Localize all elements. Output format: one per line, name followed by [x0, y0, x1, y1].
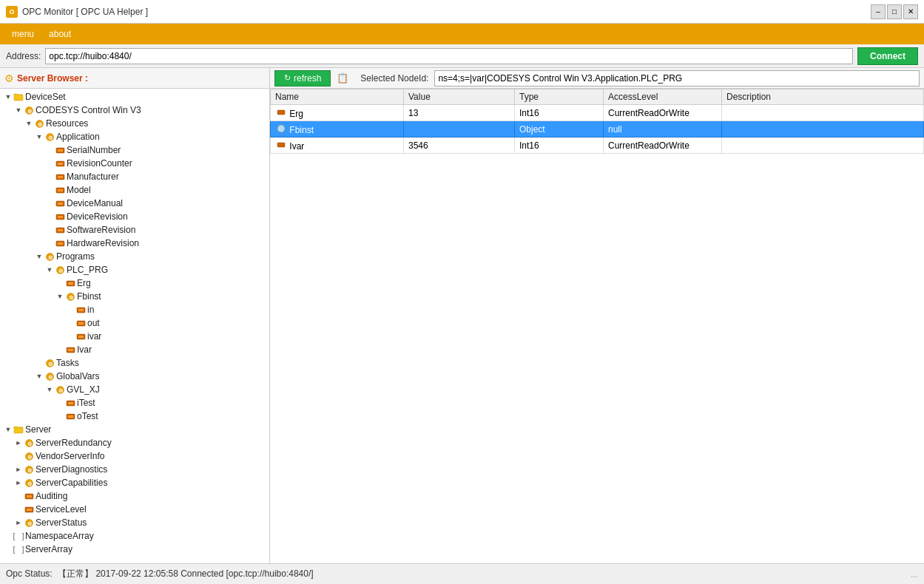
svg-point-65 [277, 125, 285, 132]
tree-expander[interactable]: ▼ [34, 251, 44, 262]
tree-item[interactable]: ▼DeviceSet [0, 90, 269, 103]
svg-rect-48 [68, 415, 73, 418]
tree-item[interactable]: ►⚙ServerRedundancy [0, 436, 269, 449]
svg-text:⚙: ⚙ [47, 374, 52, 379]
tree-item[interactable]: ⚙Tasks [0, 356, 269, 370]
tree-item[interactable]: [ ]NamespaceArray [0, 529, 269, 543]
clipboard-icon: 📋 [337, 72, 348, 84]
tree-expander[interactable]: ▼ [34, 132, 44, 142]
tree-expander[interactable]: ► [13, 464, 24, 475]
tree-item[interactable]: Auditing [0, 489, 269, 503]
server-browser-header: ⚙ Server Browser : [0, 68, 269, 89]
tree-item[interactable]: Ivar [0, 343, 269, 356]
tree-expander[interactable]: ▼ [55, 291, 65, 302]
tree-expander[interactable]: ► [13, 517, 24, 528]
tree-item[interactable]: SerialNumber [0, 143, 269, 157]
tree-label: iTest [77, 398, 95, 408]
tree-label: Ivar [77, 344, 92, 355]
tree-item[interactable]: ivar [0, 330, 269, 343]
minimize-button[interactable]: – [871, 4, 886, 19]
tree-item[interactable]: ▼⚙PLC_PRG [0, 263, 269, 276]
tree-label: Manufacturer [67, 172, 119, 182]
menu-item-menu[interactable]: menu [6, 27, 40, 41]
col-description: Description [722, 89, 924, 105]
var-icon [55, 145, 65, 155]
tree-item[interactable]: [ ]ServerArray [0, 543, 269, 556]
object-icon: ⚙ [24, 438, 34, 448]
maximize-button[interactable]: □ [887, 4, 902, 19]
tree-expander[interactable]: ▼ [3, 92, 13, 102]
refresh-button[interactable]: ↻ refresh [274, 70, 331, 86]
node-id-input[interactable] [434, 70, 920, 86]
tree-expander[interactable]: ▼ [3, 424, 13, 435]
tree-expander [44, 238, 55, 248]
tree-expander[interactable]: ▼ [24, 118, 34, 129]
address-input[interactable] [45, 48, 853, 64]
tree-expander[interactable]: ▼ [44, 265, 55, 275]
svg-text:⚙: ⚙ [47, 135, 52, 140]
tree-expander [44, 185, 55, 195]
tree-item[interactable]: ServiceLevel [0, 503, 269, 516]
tree-item[interactable]: Manufacturer [0, 170, 269, 183]
tree-item[interactable]: RevisionCounter [0, 157, 269, 170]
status-bar: Opc Status: 【正常】 2017-09-22 12:05:58 Con… [0, 563, 924, 584]
table-row[interactable]: FbinstObjectnull [271, 121, 924, 137]
connect-button[interactable]: Connect [857, 47, 918, 65]
svg-rect-38 [68, 349, 73, 351]
tree-item[interactable]: DeviceManual [0, 197, 269, 210]
tree-expander [44, 145, 55, 155]
tree-label: Fbinst [77, 291, 101, 302]
table-row[interactable]: Ivar3546Int16CurrentReadOrWrite [271, 137, 924, 154]
tree-item[interactable]: oTest [0, 410, 269, 423]
left-panel: ⚙ Server Browser : ▼DeviceSet▼⚙CODESYS C… [0, 68, 270, 563]
tree-item[interactable]: iTest [0, 396, 269, 410]
tree-expander[interactable]: ► [13, 478, 24, 488]
tree-item[interactable]: Model [0, 183, 269, 197]
tree-label: SoftwareRevision [67, 225, 135, 235]
tree-item[interactable]: HardwareRevision [0, 237, 269, 250]
resize-handle[interactable]: ... [911, 569, 918, 580]
tree-expander [65, 331, 75, 342]
tree-label: Erg [77, 278, 91, 288]
tree-expander[interactable]: ▼ [34, 371, 44, 381]
tree-label: SerialNumber [67, 145, 121, 155]
title-bar: O OPC Monitor [ OPC UA Helper ] – □ ✕ [0, 0, 924, 24]
folder-icon [13, 424, 24, 435]
tree-item[interactable]: ▼⚙Fbinst [0, 290, 269, 303]
tree-expander[interactable]: ► [13, 438, 24, 448]
tree-label: ServerDiagnostics [36, 464, 107, 475]
tree-item[interactable]: ▼⚙Programs [0, 250, 269, 263]
tree-expander[interactable]: ▼ [44, 384, 55, 395]
tree-item[interactable]: ▼⚙GVL_XJ [0, 383, 269, 396]
tree-area[interactable]: ▼DeviceSet▼⚙CODESYS Control Win V3▼⚙Reso… [0, 89, 269, 563]
tree-item[interactable]: ▼⚙Resources [0, 117, 269, 130]
menu-item-about[interactable]: about [43, 27, 77, 41]
tree-item[interactable]: ▼⚙Application [0, 130, 269, 143]
tree-item[interactable]: ►⚙ServerCapabilities [0, 476, 269, 489]
close-button[interactable]: ✕ [903, 4, 918, 19]
tree-item[interactable]: ▼Server [0, 423, 269, 436]
tree-item[interactable]: ►⚙ServerDiagnostics [0, 463, 269, 476]
tree-item[interactable]: out [0, 316, 269, 330]
svg-rect-46 [68, 402, 73, 404]
tree-expander [44, 198, 55, 208]
tree-label: PLC_PRG [67, 265, 108, 275]
object-icon: ⚙ [24, 105, 34, 115]
tree-item[interactable]: ►⚙ServerStatus [0, 516, 269, 529]
tree-item[interactable]: ▼⚙CODESYS Control Win V3 [0, 103, 269, 117]
tree-item[interactable]: DeviceRevision [0, 210, 269, 223]
tree-expander[interactable]: ▼ [13, 105, 24, 115]
svg-rect-12 [58, 176, 63, 178]
data-grid: Name Value Type AccessLevel Description … [270, 89, 924, 154]
table-row[interactable]: Erg13Int16CurrentReadOrWrite [271, 105, 924, 121]
cell-value: 13 [404, 105, 515, 121]
svg-text:⚙: ⚙ [58, 387, 62, 393]
tree-item[interactable]: Erg [0, 276, 269, 290]
cell-access: CurrentReadOrWrite [604, 137, 722, 154]
tree-item[interactable]: ⚙VendorServerInfo [0, 449, 269, 463]
svg-text:⚙: ⚙ [27, 454, 31, 459]
tree-item[interactable]: ▼⚙GlobalVars [0, 370, 269, 383]
tree-item[interactable]: SoftwareRevision [0, 223, 269, 237]
tree-item[interactable]: in [0, 303, 269, 316]
svg-rect-18 [58, 216, 63, 218]
